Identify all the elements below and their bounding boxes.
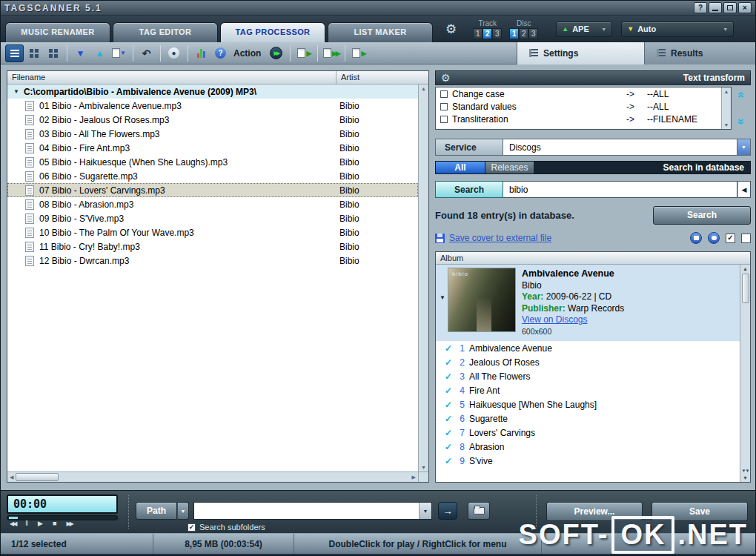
database-search-button[interactable]: Search	[653, 206, 751, 225]
tab-releases[interactable]: Releases	[485, 162, 534, 173]
seek-bar[interactable]	[7, 515, 118, 520]
pause-button[interactable]: ‖	[25, 520, 28, 527]
file-row[interactable]: 07 Bibio - Lovers' Carvings.mp3Bibio	[7, 183, 418, 197]
scroll-right-icon[interactable]: ▶	[412, 474, 416, 480]
close-button[interactable]: ×	[738, 2, 752, 13]
seek-thumb[interactable]	[9, 517, 18, 519]
file-row[interactable]: 05 Bibio - Haikuesque (When She Laughs).…	[7, 155, 418, 169]
transform-row[interactable]: Standard values->--ALL	[436, 100, 721, 113]
tab-tag-processor[interactable]: TAG Processor	[220, 22, 325, 42]
move-down-button[interactable]: ▼	[71, 44, 90, 62]
small-grid-button[interactable]	[24, 44, 43, 62]
cover-file-button[interactable]	[708, 232, 720, 244]
disc-digit-3[interactable]: 3	[528, 28, 538, 39]
file-row[interactable]: 10 Bibio - The Palm Of Your Wave.mp3Bibi…	[7, 225, 418, 239]
next-button[interactable]: ▶▶	[66, 521, 72, 527]
path-button[interactable]: Path	[136, 502, 177, 520]
tab-results[interactable]: Results	[644, 42, 755, 64]
transform-checkbox[interactable]	[440, 116, 448, 123]
file-row[interactable]: 03 Bibio - All The Flowers.mp3Bibio	[7, 127, 418, 141]
disc-digit-1[interactable]: 1	[509, 28, 519, 39]
disc-digit-2[interactable]: 2	[519, 28, 528, 39]
tab-all[interactable]: All	[436, 162, 485, 173]
move-up-button[interactable]: ▲	[90, 44, 109, 62]
subfolders-checkbox[interactable]: ✓	[188, 523, 196, 532]
service-select[interactable]: Discogs ▼	[503, 139, 751, 156]
dropdown-button[interactable]: ▼	[737, 139, 750, 155]
equalizer-button[interactable]	[192, 44, 210, 62]
file-list-vscrollbar[interactable]: ▲ ▼	[418, 85, 428, 471]
transform-checkbox[interactable]	[440, 103, 448, 110]
transform-row[interactable]: Change case->--ALL	[436, 87, 721, 100]
tab-tag-editor[interactable]: TAG Editor	[113, 22, 218, 42]
cover-checkbox-empty[interactable]	[741, 234, 751, 243]
scroll-up-icon[interactable]: ▲	[743, 266, 748, 271]
file-row[interactable]: 09 Bibio - S'Vive.mp3Bibio	[7, 211, 418, 225]
transform-scrollbar[interactable]: ▲ ▼	[721, 87, 731, 129]
scroll-up-icon[interactable]: ▲	[421, 86, 426, 91]
scroll-down-icon[interactable]: ▼	[421, 465, 426, 470]
minimize-button[interactable]	[709, 2, 722, 13]
save-cover-link[interactable]: Save cover to external file	[449, 233, 551, 243]
browse-folder-button[interactable]	[468, 502, 490, 520]
scroll-down-icon[interactable]: ▼	[743, 475, 748, 480]
album-track-row[interactable]: ✓6Sugarette	[436, 411, 740, 426]
search-button[interactable]: Search	[435, 181, 503, 198]
column-filename[interactable]: Filename	[7, 71, 336, 84]
collapse-triangle-icon[interactable]: ▼	[13, 88, 19, 95]
track-digit-1[interactable]: 1	[473, 28, 483, 39]
path-dropdown-button[interactable]: ▼	[177, 502, 189, 520]
move-rule-down-icon[interactable]: »	[735, 119, 747, 125]
album-track-row[interactable]: ✓7Lovers' Carvings	[436, 426, 740, 440]
track-digit-3[interactable]: 3	[492, 28, 502, 39]
scroll-up-icon[interactable]: ▲	[724, 89, 729, 94]
write-tags-button[interactable]: ▶	[349, 44, 368, 62]
track-digit-2[interactable]: 2	[483, 28, 492, 39]
album-track-row[interactable]: ✓2Jealous Of Roses	[436, 355, 740, 369]
search-input[interactable]: bibio	[503, 181, 737, 198]
previous-button[interactable]: ◀◀	[10, 521, 16, 527]
file-row[interactable]: 02 Bibio - Jealous Of Roses.mp3Bibio	[7, 113, 418, 127]
rename-file-button[interactable]: ▶	[294, 44, 313, 62]
column-artist[interactable]: Artist	[336, 71, 428, 84]
go-button[interactable]: →	[438, 502, 457, 520]
tab-music-renamer[interactable]: Music Renamer	[5, 22, 110, 42]
transform-checkbox[interactable]	[440, 90, 448, 98]
list-view-button[interactable]	[5, 44, 24, 62]
scroll-left-icon[interactable]: ◀	[10, 474, 13, 480]
album-info[interactable]: ▼ bibio Ambivalence Avenue Bibio Year: 2…	[436, 265, 740, 341]
help-button[interactable]: ?	[694, 2, 707, 13]
album-column-header[interactable]: Album	[436, 252, 750, 265]
hscroll-thumb[interactable]	[16, 473, 59, 481]
album-scroll-thumb[interactable]	[742, 274, 749, 303]
tab-list-maker[interactable]: List Maker	[328, 22, 433, 42]
help-toolbar-button[interactable]: ?	[211, 44, 230, 62]
scroll-page-down-icon[interactable]: ▼▼	[742, 469, 749, 473]
search-subfolders-option[interactable]: ✓ Search subfolders	[188, 523, 265, 532]
cover-checkbox-checked[interactable]: ✓	[726, 234, 735, 243]
album-track-row[interactable]: ✓4Fire Ant	[436, 383, 740, 397]
search-expand-button[interactable]: ◀	[737, 181, 751, 198]
tab-settings[interactable]: Settings	[517, 42, 644, 64]
view-on-discogs-link[interactable]: View on Discogs	[522, 314, 588, 325]
auto-dropdown[interactable]: ▼ Auto ▼	[621, 21, 734, 37]
move-rule-up-icon[interactable]: «	[735, 92, 747, 99]
file-list-hscrollbar[interactable]: ◀ ▶	[7, 471, 418, 482]
file-row[interactable]: 01 Bibio - Ambivalence Avenue.mp3Bibio	[7, 99, 418, 113]
stop-button[interactable]: ■	[53, 520, 56, 527]
album-scrollbar[interactable]: ▲ ▼▼ ▼	[740, 265, 750, 482]
album-track-row[interactable]: ✓3All The Flowers	[436, 369, 740, 383]
file-row[interactable]: 12 Bibio - Dwrcan.mp3Bibio	[7, 254, 418, 268]
cover-embed-button[interactable]	[690, 232, 702, 244]
album-track-row[interactable]: ✓1Ambivalence Avenue	[436, 341, 740, 355]
folder-row[interactable]: ▼ C:\compartido\Bibio - Ambivalence Aven…	[7, 85, 418, 99]
album-track-row[interactable]: ✓9S'vive	[436, 454, 740, 468]
search-bubble-button[interactable]: ●	[165, 44, 183, 62]
run-action-button[interactable]: ▶▶	[267, 44, 285, 62]
save-button[interactable]: Save	[651, 502, 748, 521]
maximize-button[interactable]	[723, 2, 737, 13]
file-row[interactable]: 08 Bibio - Abrasion.mp3Bibio	[7, 197, 418, 211]
preview-button[interactable]: Preview...	[546, 502, 643, 521]
gear-icon[interactable]: ⚙	[445, 23, 457, 36]
file-row[interactable]: 06 Bibio - Sugarette.mp3Bibio	[7, 169, 418, 183]
